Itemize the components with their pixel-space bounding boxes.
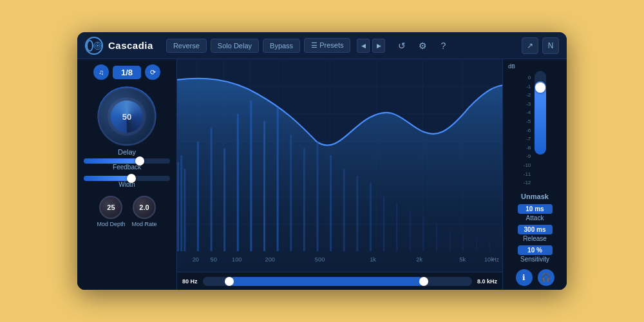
arrow-out-icon[interactable]: ↗ bbox=[522, 37, 538, 54]
gain-slider[interactable] bbox=[535, 71, 546, 155]
next-arrow[interactable]: ▶ bbox=[372, 39, 385, 53]
freq-low-handle[interactable] bbox=[225, 277, 234, 286]
freq-bar-container: 80 Hz 8.0 kHz bbox=[177, 272, 502, 290]
width-label: Width bbox=[84, 181, 170, 188]
svg-text:200: 200 bbox=[265, 256, 275, 263]
time-controls: ♫ 1/8 ⟳ bbox=[84, 64, 170, 80]
feedback-slider[interactable] bbox=[84, 158, 170, 164]
mod-depth-label: Mod Depth bbox=[97, 221, 125, 227]
sync-icon[interactable]: ⟳ bbox=[145, 64, 160, 80]
svg-rect-24 bbox=[211, 128, 213, 251]
svg-rect-21 bbox=[180, 155, 182, 251]
svg-rect-43 bbox=[462, 234, 464, 251]
right-panel: dB 0 -1 -2 -3 -4 -5 -6 -7 -8 -9 -10 -11 … bbox=[502, 59, 567, 290]
db-5: -5 bbox=[524, 117, 531, 126]
mod-rate-knob[interactable]: 2.0 bbox=[133, 196, 156, 219]
header-buttons: Reverse Solo Delay Bypass ☰ Presets ◀ ▶ … bbox=[166, 38, 451, 53]
mod-depth-group: 25 Mod Depth bbox=[97, 196, 125, 227]
header: Cascadia Reverse Solo Delay Bypass ☰ Pre… bbox=[77, 32, 567, 59]
headphone-icon[interactable]: 🎧 bbox=[538, 269, 554, 286]
solo-delay-button[interactable]: Solo Delay bbox=[211, 39, 259, 53]
db-7: -7 bbox=[524, 135, 531, 144]
reverse-button[interactable]: Reverse bbox=[166, 39, 207, 53]
presets-button[interactable]: ☰ Presets bbox=[304, 38, 350, 53]
svg-rect-38 bbox=[396, 204, 397, 252]
freq-range-bar[interactable] bbox=[203, 277, 472, 286]
plugin-container: Cascadia Reverse Solo Delay Bypass ☰ Pre… bbox=[77, 32, 567, 290]
prev-arrow[interactable]: ◀ bbox=[357, 39, 370, 53]
attack-label: Attack bbox=[526, 214, 544, 222]
eq-svg: 20 50 100 200 500 1k 2k 5k 10k Hz bbox=[177, 59, 502, 272]
help-icon[interactable]: ? bbox=[435, 38, 451, 53]
svg-rect-41 bbox=[436, 223, 437, 251]
db-12: -12 bbox=[524, 178, 531, 187]
db-1: -1 bbox=[524, 82, 531, 91]
freq-high-handle[interactable] bbox=[419, 277, 428, 286]
header-icons: ↺ ⚙ ? bbox=[394, 38, 451, 53]
svg-text:100: 100 bbox=[232, 256, 242, 263]
logo-area: Cascadia bbox=[85, 37, 153, 55]
knob-value: 50 bbox=[122, 112, 131, 122]
svg-text:1k: 1k bbox=[370, 256, 376, 263]
bypass-button[interactable]: Bypass bbox=[263, 39, 300, 53]
db-10: -10 bbox=[524, 161, 531, 170]
svg-rect-23 bbox=[197, 142, 199, 251]
svg-rect-42 bbox=[450, 231, 451, 251]
svg-point-2 bbox=[97, 44, 99, 46]
feedback-label: Feedback bbox=[84, 164, 170, 171]
main-knob[interactable]: 50 bbox=[98, 88, 156, 146]
release-value[interactable]: 300 ms bbox=[518, 225, 553, 234]
svg-rect-34 bbox=[343, 169, 345, 251]
svg-text:2k: 2k bbox=[416, 256, 422, 263]
svg-text:500: 500 bbox=[315, 256, 325, 263]
freq-high-label: 8.0 kHz bbox=[477, 278, 497, 285]
logo-icon bbox=[85, 37, 103, 55]
svg-rect-25 bbox=[223, 148, 225, 251]
attack-value[interactable]: 10 ms bbox=[518, 204, 553, 214]
refresh-icon[interactable]: ↺ bbox=[394, 38, 410, 53]
info-icon[interactable]: ℹ bbox=[516, 269, 533, 286]
time-display[interactable]: 1/8 bbox=[113, 66, 141, 79]
db-8: -8 bbox=[524, 144, 531, 153]
db-11: -11 bbox=[524, 170, 531, 179]
width-slider[interactable] bbox=[84, 176, 170, 181]
db-4: -4 bbox=[524, 108, 531, 117]
db-0: 0 bbox=[524, 73, 531, 82]
release-label: Release bbox=[523, 235, 547, 242]
delay-label: Delay bbox=[118, 148, 136, 156]
app-title: Cascadia bbox=[108, 40, 153, 51]
main-content: ♫ 1/8 ⟳ 50 Delay bbox=[77, 59, 567, 290]
width-fill bbox=[84, 176, 131, 181]
svg-rect-33 bbox=[330, 155, 332, 251]
gear-icon[interactable]: ⚙ bbox=[415, 38, 430, 53]
db-scale: 0 -1 -2 -3 -4 -5 -6 -7 -8 -9 -10 -11 -12 bbox=[524, 71, 531, 187]
svg-text:5k: 5k bbox=[459, 256, 466, 263]
sensitivity-value[interactable]: 10 % bbox=[518, 245, 553, 255]
width-thumb[interactable] bbox=[127, 174, 136, 183]
svg-rect-26 bbox=[237, 114, 239, 251]
svg-rect-22 bbox=[184, 169, 185, 251]
feedback-thumb[interactable] bbox=[135, 156, 144, 166]
svg-rect-35 bbox=[356, 176, 358, 251]
svg-text:20: 20 bbox=[193, 256, 199, 263]
mod-depth-knob[interactable]: 25 bbox=[99, 196, 122, 219]
n-logo-icon[interactable]: N bbox=[542, 37, 559, 54]
eq-panel: 20 50 100 200 500 1k 2k 5k 10k Hz 80 Hz bbox=[177, 59, 502, 290]
svg-rect-30 bbox=[290, 135, 292, 251]
svg-rect-44 bbox=[476, 238, 477, 251]
svg-rect-27 bbox=[250, 100, 252, 251]
knobs-row: 25 Mod Depth 2.0 Mod Rate bbox=[97, 196, 156, 227]
knob-inner: 50 bbox=[108, 97, 146, 136]
db-2: -2 bbox=[524, 91, 531, 100]
freq-range-fill bbox=[229, 277, 423, 286]
note-icon[interactable]: ♫ bbox=[93, 64, 109, 80]
knob-outer: 50 bbox=[98, 88, 156, 146]
svg-rect-20 bbox=[177, 162, 179, 251]
header-right: ↗ N bbox=[522, 37, 559, 54]
svg-rect-37 bbox=[383, 196, 384, 251]
svg-rect-32 bbox=[316, 142, 318, 251]
svg-text:Hz: Hz bbox=[493, 256, 499, 263]
db-6: -6 bbox=[524, 126, 531, 135]
svg-rect-31 bbox=[303, 148, 305, 251]
header-nav: ◀ ▶ bbox=[357, 39, 385, 53]
